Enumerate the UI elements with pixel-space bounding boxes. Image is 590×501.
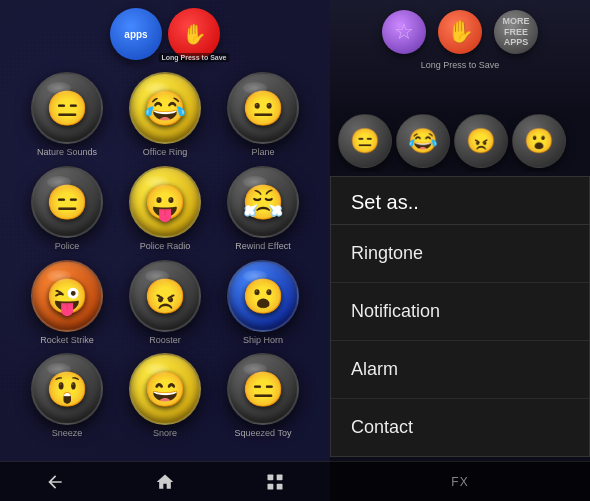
more-apps-button[interactable]: MOREFREEAPPS (494, 10, 538, 54)
sound-ball: 😮 (227, 260, 299, 332)
sound-ball: 😑 (227, 353, 299, 425)
sound-label: Nature Sounds (37, 147, 97, 158)
dropdown-item[interactable]: Contact (331, 399, 589, 456)
sound-label: Snore (153, 428, 177, 439)
ball-face-icon: 😑 (46, 91, 88, 125)
ball-face-icon: 😛 (144, 185, 186, 219)
ball-face-icon: 😤 (242, 185, 284, 219)
left-panel: apps ✋ Long Press to Save 😑 Nature Sound… (0, 0, 330, 501)
sound-item[interactable]: 😠 Rooster (120, 260, 210, 346)
sound-label: Rocket Strike (40, 335, 94, 346)
right-panel: ☆ ✋ MOREFREEAPPS Long Press to Save 😑😂😠😮… (330, 0, 590, 501)
bottom-nav (0, 461, 330, 501)
sound-ball: 😑 (31, 72, 103, 144)
sound-item[interactable]: 😤 Rewind Effect (218, 166, 308, 252)
sound-item[interactable]: 😑 Nature Sounds (22, 72, 112, 158)
sound-item[interactable]: 😑 Police (22, 166, 112, 252)
sound-item[interactable]: 😛 Police Radio (120, 166, 210, 252)
small-sound-ball[interactable]: 😂 (396, 114, 450, 168)
ball-face-icon: 😑 (46, 185, 88, 219)
svg-rect-2 (268, 483, 274, 489)
small-sound-ball[interactable]: 😑 (338, 114, 392, 168)
svg-rect-0 (268, 474, 274, 480)
sound-label: Sneeze (52, 428, 83, 439)
sound-item[interactable]: 😲 Sneeze (22, 353, 112, 439)
ball-face-icon: 😑 (242, 372, 284, 406)
sound-ball: 😂 (129, 72, 201, 144)
sound-item[interactable]: 😮 Ship Horn (218, 260, 308, 346)
right-bottom-nav: FX (330, 461, 590, 501)
sound-label: Police (55, 241, 80, 252)
sound-ball: 😤 (227, 166, 299, 238)
dropdown-header: Set as.. (331, 177, 589, 225)
ball-face-icon: 😐 (242, 91, 284, 125)
small-sound-ball[interactable]: 😠 (454, 114, 508, 168)
sound-item[interactable]: 😑 Squeezed Toy (218, 353, 308, 439)
sound-ball: 😑 (31, 166, 103, 238)
dropdown-item[interactable]: Alarm (331, 341, 589, 399)
sound-item[interactable]: 😄 Snore (120, 353, 210, 439)
sound-item[interactable]: 😂 Office Ring (120, 72, 210, 158)
sound-label: Squeezed Toy (235, 428, 292, 439)
sound-ball: 😲 (31, 353, 103, 425)
svg-rect-3 (277, 483, 283, 489)
ball-face-icon: 😠 (144, 279, 186, 313)
ball-face-icon: 😂 (144, 91, 186, 125)
dropdown-item[interactable]: Notification (331, 283, 589, 341)
top-icons-row: apps ✋ Long Press to Save (0, 0, 330, 64)
dropdown-item[interactable]: Ringtone (331, 225, 589, 283)
sound-label: Ship Horn (243, 335, 283, 346)
sound-label: Police Radio (140, 241, 191, 252)
stop-button-right[interactable]: ✋ (438, 10, 482, 54)
svg-rect-1 (277, 474, 283, 480)
ball-face-icon: 😮 (242, 279, 284, 313)
ball-face-icon: 😄 (144, 372, 186, 406)
ball-face-icon: 😲 (46, 372, 88, 406)
sound-ball: 😄 (129, 353, 201, 425)
right-top-area: ☆ ✋ MOREFREEAPPS Long Press to Save (330, 0, 590, 110)
apps-button[interactable]: apps (110, 8, 162, 60)
sound-grid: 😑 Nature Sounds 😂 Office Ring 😐 Plane 😑 … (0, 64, 330, 447)
sound-item[interactable]: 😐 Plane (218, 72, 308, 158)
stop-button[interactable]: ✋ Long Press to Save (168, 8, 220, 60)
sound-ball: 😠 (129, 260, 201, 332)
sound-label: Rewind Effect (235, 241, 290, 252)
right-sounds-strip: 😑😂😠😮 (330, 110, 590, 172)
recent-button[interactable] (257, 467, 293, 497)
right-long-press-label: Long Press to Save (421, 60, 500, 70)
sound-ball: 😛 (129, 166, 201, 238)
back-button[interactable] (37, 467, 73, 497)
sound-ball: 😐 (227, 72, 299, 144)
sound-ball: 😜 (31, 260, 103, 332)
fx-label: FX (451, 475, 468, 489)
right-icons-row: ☆ ✋ MOREFREEAPPS (382, 10, 538, 54)
sound-label: Office Ring (143, 147, 187, 158)
ball-face-icon: 😜 (46, 279, 88, 313)
home-button[interactable] (147, 467, 183, 497)
sound-label: Rooster (149, 335, 181, 346)
set-as-dropdown: Set as.. RingtoneNotificationAlarmContac… (330, 176, 590, 457)
favorites-button[interactable]: ☆ (382, 10, 426, 54)
sound-label: Plane (251, 147, 274, 158)
sound-item[interactable]: 😜 Rocket Strike (22, 260, 112, 346)
small-sound-ball[interactable]: 😮 (512, 114, 566, 168)
